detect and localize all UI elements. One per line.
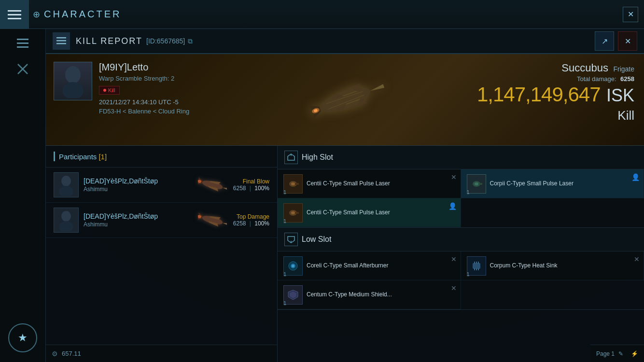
svg-rect-60	[474, 268, 475, 270]
close-icon[interactable]: ✕	[451, 255, 457, 263]
isk-value: 1,147,149,647	[477, 83, 601, 106]
participant-damage: 6258	[233, 220, 246, 227]
kill-report-content: Participants [1] [DEAD]YèšPlz,DøñtŠtøp A…	[46, 146, 644, 362]
svg-rect-4	[17, 42, 28, 44]
kill-report-id: [ID:6567685]	[146, 37, 185, 45]
close-icon[interactable]: ✕	[451, 173, 457, 181]
svg-rect-1	[8, 14, 21, 15]
svg-marker-14	[369, 84, 384, 93]
app-title: CHARACTER	[44, 9, 121, 20]
svg-rect-58	[476, 262, 477, 264]
sidebar: ★	[0, 29, 46, 362]
ship-svg	[292, 61, 398, 139]
participants-header: Participants [1]	[46, 146, 277, 167]
svg-point-49	[291, 211, 295, 214]
participant-details: [DEAD]YèšPlz,DøñtŠtøp Ashimmu	[84, 212, 192, 228]
character-icon: ⊕	[33, 9, 40, 20]
sidebar-star-button[interactable]: ★	[8, 323, 37, 352]
slot-item: 1 Centii C-Type Small Pulse Laser ✕	[278, 169, 461, 198]
svg-rect-5	[17, 46, 28, 48]
total-damage-label: Total damage:	[577, 75, 616, 83]
page-indicator: Page 1 ✎ ⚡	[590, 345, 644, 362]
participant-details: [DEAD]YèšPlz,DøñtŠtøp Ashimmu	[84, 177, 192, 193]
svg-marker-27	[223, 186, 227, 189]
total-damage-value: 6258	[620, 75, 634, 83]
svg-rect-56	[473, 263, 480, 269]
participant-ship-icon	[197, 208, 228, 232]
slot-item: 1 Centii C-Type Small Pulse Laser 👤	[278, 198, 461, 227]
person-icon: 👤	[448, 202, 457, 210]
low-slot-title: Low Slot	[302, 235, 331, 244]
svg-point-26	[201, 179, 224, 191]
kill-badge: Kill	[99, 86, 120, 95]
svg-rect-50	[295, 212, 299, 214]
svg-rect-9	[56, 40, 66, 42]
svg-point-43	[291, 182, 295, 185]
edit-icon[interactable]: ✎	[618, 350, 623, 357]
kill-badge-dot	[103, 89, 106, 92]
ship-type: Frigate	[613, 65, 634, 73]
svg-rect-59	[478, 262, 479, 264]
top-close-button[interactable]: ✕	[623, 7, 638, 22]
svg-rect-57	[474, 262, 475, 264]
participant-avatar	[54, 208, 79, 233]
participant-damage: 6258	[233, 185, 246, 192]
svg-point-32	[61, 211, 71, 222]
svg-point-33	[59, 221, 73, 231]
participants-title: Participants	[59, 153, 97, 161]
low-slot-icon	[284, 233, 298, 246]
slot-item-name: Corpii C-Type Small Pulse Laser	[490, 180, 638, 188]
ship-info-right: Succubus Frigate Total damage: 6258 1,14…	[477, 62, 634, 123]
participants-column: Participants [1] [DEAD]YèšPlz,DøñtŠtøp A…	[46, 146, 278, 362]
slot-item: 1 Coreli C-Type Small Afterburner ✕	[278, 251, 461, 280]
kill-report-body-top: [M9IY]Letto Warp Scramble Strength: 2 Ki…	[46, 54, 644, 146]
svg-point-24	[61, 176, 71, 186]
victim-warp: Warp Scramble Strength: 2	[99, 75, 189, 82]
participants-list: [DEAD]YèšPlz,DøñtŠtøp Ashimmu	[46, 167, 277, 345]
slot-item-name: Centum C-Type Medium Shield...	[307, 291, 455, 299]
close-icon[interactable]: ✕	[451, 284, 457, 292]
slot-item: 1 Corpum C-Ty	[461, 251, 644, 280]
list-item: [DEAD]YèšPlz,DøñtŠtøp Ashimmu	[46, 167, 277, 203]
copy-icon[interactable]: ⧉	[188, 37, 193, 45]
slot-item-qty: 1	[283, 300, 286, 306]
kill-report-header: KILL REPORT [ID:6567685] ⧉ ↗ ✕	[46, 29, 644, 54]
close-button[interactable]: ✕	[618, 31, 637, 51]
top-bar: ⊕ CHARACTER ✕	[0, 0, 644, 29]
victim-name: [M9IY]Letto	[99, 62, 189, 73]
slot-item-name: Corpum C-Type Heat Sink	[490, 262, 638, 270]
close-icon[interactable]: ✕	[634, 255, 640, 263]
participants-footer: ⚙ 657.11	[46, 345, 277, 362]
export-button[interactable]: ↗	[595, 31, 614, 51]
kill-report-menu-button[interactable]	[53, 32, 70, 50]
filter-icon[interactable]: ⚡	[631, 350, 638, 357]
svg-point-12	[62, 82, 84, 98]
svg-rect-61	[476, 268, 477, 270]
low-slot-section: Low Slot 1 Coreli C-Type Sm	[278, 228, 644, 310]
hamburger-button[interactable]	[0, 0, 29, 29]
footer-value: 657.11	[62, 350, 81, 357]
list-item: [DEAD]YèšPlz,DøñtŠtøp Ashimmu	[46, 203, 277, 238]
isk-label: ISK	[606, 85, 634, 105]
participant-name: [DEAD]YèšPlz,DøñtŠtøp	[84, 212, 192, 220]
sidebar-menu-button[interactable]	[8, 34, 37, 53]
svg-rect-44	[295, 183, 299, 185]
svg-rect-10	[56, 43, 66, 44]
participant-ship-icon	[197, 173, 228, 197]
participant-pct: 100%	[254, 220, 269, 227]
svg-point-25	[59, 186, 73, 196]
slot-item-qty: 1	[283, 218, 286, 224]
svg-point-34	[201, 214, 224, 226]
high-slot-header: High Slot	[278, 146, 644, 169]
victim-info: [M9IY]Letto Warp Scramble Strength: 2 Ki…	[54, 62, 189, 115]
kill-type-label: Kill	[477, 108, 634, 123]
sidebar-item-combat[interactable]	[8, 57, 37, 81]
slot-item-name: Centii C-Type Small Pulse Laser	[307, 180, 455, 188]
high-slot-section: High Slot 1 Centii C-Type S	[278, 146, 644, 228]
slot-item-name: Coreli C-Type Small Afterburner	[307, 262, 455, 270]
svg-point-55	[292, 265, 294, 267]
avatar-face	[54, 62, 92, 100]
ship-class: Succubus	[561, 62, 608, 74]
victim-time: 2021/12/27 14:34:10 UTC -5	[99, 98, 189, 106]
participant-pct: 100%	[254, 185, 269, 192]
